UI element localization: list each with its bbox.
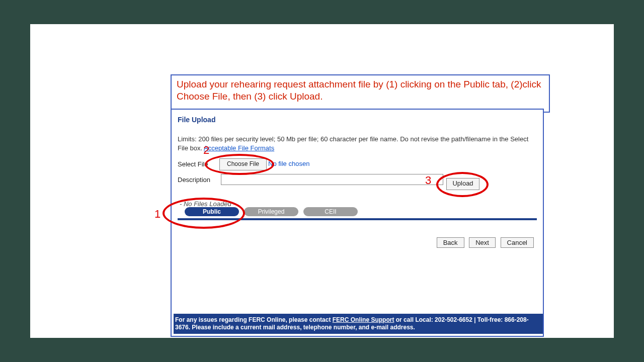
document-page: Upload your rehearing request attachment… xyxy=(30,24,614,338)
description-label: Description xyxy=(178,176,210,184)
description-input[interactable] xyxy=(221,174,443,185)
next-button[interactable]: Next xyxy=(469,237,496,248)
tab-privileged[interactable]: Privileged xyxy=(244,207,298,216)
instruction-callout: Upload your rehearing request attachment… xyxy=(171,74,550,113)
annotation-ellipse-2 xyxy=(205,154,274,175)
annotation-number-2: 2 xyxy=(203,144,209,157)
footer-support-link[interactable]: FERC Online Support xyxy=(333,316,394,323)
instruction-text: Upload your rehearing request attachment… xyxy=(177,79,541,102)
annotation-ellipse-3 xyxy=(436,172,489,197)
footer-bar: For any issues regarding FERC Online, pl… xyxy=(174,314,543,334)
select-file-label: Select File xyxy=(178,160,208,168)
cancel-button[interactable]: Cancel xyxy=(501,237,534,248)
tab-ceii[interactable]: CEII xyxy=(303,207,358,216)
annotation-number-1: 1 xyxy=(154,208,160,221)
nav-button-row: Back Next Cancel xyxy=(434,237,534,248)
no-file-chosen-text: No file chosen xyxy=(268,160,309,167)
limits-text: Limits: 200 files per security level; 50… xyxy=(178,135,537,152)
acceptable-file-formats-link[interactable]: Acceptable File Formats xyxy=(204,144,274,152)
footer-pre: For any issues regarding FERC Online, pl… xyxy=(175,316,333,323)
panel-title: File Upload xyxy=(178,116,215,124)
annotation-ellipse-1 xyxy=(163,198,245,229)
annotation-number-3: 3 xyxy=(425,174,431,187)
back-button[interactable]: Back xyxy=(437,237,464,248)
